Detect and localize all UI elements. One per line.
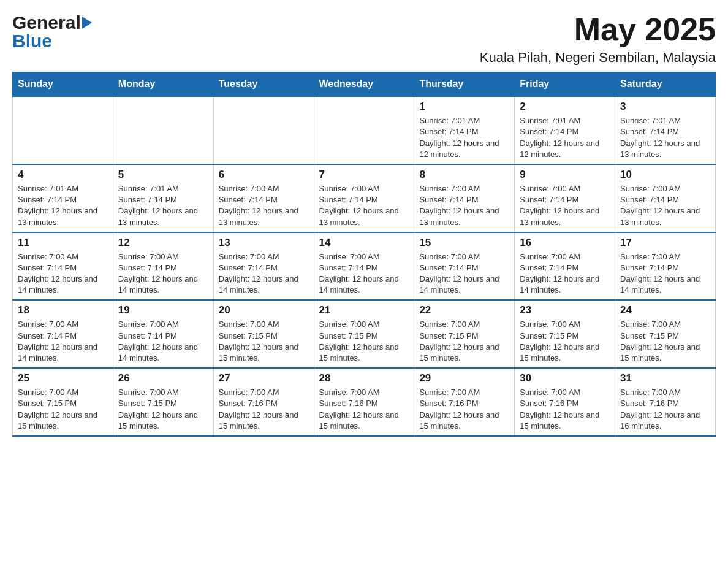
day-number: 13 [219,237,309,249]
day-info: Sunrise: 7:00 AMSunset: 7:14 PMDaylight:… [419,251,509,296]
calendar-cell: 29Sunrise: 7:00 AMSunset: 7:16 PMDayligh… [414,368,515,436]
day-number: 21 [319,304,409,316]
day-number: 8 [419,169,509,181]
location-title: Kuala Pilah, Negeri Sembilan, Malaysia [480,50,716,66]
day-number: 10 [620,169,710,181]
logo-blue-text: Blue [12,31,52,52]
day-info: Sunrise: 7:00 AMSunset: 7:16 PMDaylight:… [620,387,710,432]
day-info: Sunrise: 7:00 AMSunset: 7:14 PMDaylight:… [18,319,108,364]
calendar-cell: 3Sunrise: 7:01 AMSunset: 7:14 PMDaylight… [615,96,716,164]
day-info: Sunrise: 7:00 AMSunset: 7:15 PMDaylight:… [219,319,309,364]
day-number: 14 [319,237,409,249]
day-number: 4 [18,169,108,181]
day-number: 7 [319,169,409,181]
calendar-week-5: 25Sunrise: 7:00 AMSunset: 7:15 PMDayligh… [13,368,716,436]
calendar-cell: 25Sunrise: 7:00 AMSunset: 7:15 PMDayligh… [13,368,113,436]
calendar-cell [113,96,213,164]
calendar-cell: 26Sunrise: 7:00 AMSunset: 7:15 PMDayligh… [113,368,213,436]
calendar-cell: 2Sunrise: 7:01 AMSunset: 7:14 PMDaylight… [515,96,615,164]
day-number: 31 [620,372,710,385]
day-info: Sunrise: 7:00 AMSunset: 7:16 PMDaylight:… [520,387,610,432]
calendar-cell: 5Sunrise: 7:01 AMSunset: 7:14 PMDaylight… [113,164,213,232]
day-number: 30 [520,372,610,385]
day-number: 29 [419,372,509,385]
calendar-cell [13,96,113,164]
calendar-cell: 13Sunrise: 7:00 AMSunset: 7:14 PMDayligh… [213,232,314,301]
day-number: 3 [620,101,710,113]
calendar-week-4: 18Sunrise: 7:00 AMSunset: 7:14 PMDayligh… [13,300,716,368]
day-info: Sunrise: 7:00 AMSunset: 7:14 PMDaylight:… [520,251,610,296]
day-info: Sunrise: 7:00 AMSunset: 7:16 PMDaylight:… [419,387,509,432]
calendar-header-row: SundayMondayTuesdayWednesdayThursdayFrid… [13,72,716,97]
day-info: Sunrise: 7:00 AMSunset: 7:14 PMDaylight:… [620,251,710,296]
day-number: 20 [219,304,309,316]
day-info: Sunrise: 7:00 AMSunset: 7:14 PMDaylight:… [118,319,208,364]
day-info: Sunrise: 7:01 AMSunset: 7:14 PMDaylight:… [18,183,108,228]
day-number: 15 [419,237,509,249]
day-info: Sunrise: 7:00 AMSunset: 7:14 PMDaylight:… [620,183,710,228]
weekday-header-sunday: Sunday [13,72,113,97]
day-info: Sunrise: 7:00 AMSunset: 7:15 PMDaylight:… [419,319,509,364]
weekday-header-friday: Friday [515,72,615,97]
calendar-cell: 20Sunrise: 7:00 AMSunset: 7:15 PMDayligh… [213,300,314,368]
calendar-cell: 17Sunrise: 7:00 AMSunset: 7:14 PMDayligh… [615,232,716,301]
day-number: 22 [419,304,509,316]
day-number: 18 [18,304,108,316]
calendar-cell: 16Sunrise: 7:00 AMSunset: 7:14 PMDayligh… [515,232,615,301]
day-info: Sunrise: 7:00 AMSunset: 7:15 PMDaylight:… [18,387,108,432]
calendar-cell: 15Sunrise: 7:00 AMSunset: 7:14 PMDayligh… [414,232,515,301]
day-info: Sunrise: 7:01 AMSunset: 7:14 PMDaylight:… [520,115,610,160]
calendar-cell: 1Sunrise: 7:01 AMSunset: 7:14 PMDaylight… [414,96,515,164]
calendar-cell: 18Sunrise: 7:00 AMSunset: 7:14 PMDayligh… [13,300,113,368]
calendar-cell [314,96,414,164]
day-number: 9 [520,169,610,181]
day-info: Sunrise: 7:00 AMSunset: 7:15 PMDaylight:… [520,319,610,364]
calendar-cell: 6Sunrise: 7:00 AMSunset: 7:14 PMDaylight… [213,164,314,232]
day-number: 1 [419,101,509,113]
day-info: Sunrise: 7:00 AMSunset: 7:16 PMDaylight:… [219,387,309,432]
day-number: 16 [520,237,610,249]
weekday-header-saturday: Saturday [615,72,716,97]
day-number: 25 [18,372,108,385]
day-number: 5 [118,169,208,181]
calendar-week-3: 11Sunrise: 7:00 AMSunset: 7:14 PMDayligh… [13,232,716,301]
day-info: Sunrise: 7:01 AMSunset: 7:14 PMDaylight:… [419,115,509,160]
day-info: Sunrise: 7:01 AMSunset: 7:14 PMDaylight:… [620,115,710,160]
calendar-table: SundayMondayTuesdayWednesdayThursdayFrid… [12,72,716,437]
day-number: 6 [219,169,309,181]
logo-arrow-icon [82,17,92,29]
logo: General Blue [12,12,92,52]
day-info: Sunrise: 7:00 AMSunset: 7:14 PMDaylight:… [419,183,509,228]
calendar-week-1: 1Sunrise: 7:01 AMSunset: 7:14 PMDaylight… [13,96,716,164]
day-number: 28 [319,372,409,385]
calendar-cell: 28Sunrise: 7:00 AMSunset: 7:16 PMDayligh… [314,368,414,436]
weekday-header-tuesday: Tuesday [213,72,314,97]
calendar-cell: 4Sunrise: 7:01 AMSunset: 7:14 PMDaylight… [13,164,113,232]
day-number: 27 [219,372,309,385]
weekday-header-thursday: Thursday [414,72,515,97]
calendar-cell: 31Sunrise: 7:00 AMSunset: 7:16 PMDayligh… [615,368,716,436]
day-info: Sunrise: 7:00 AMSunset: 7:15 PMDaylight:… [620,319,710,364]
calendar-cell: 27Sunrise: 7:00 AMSunset: 7:16 PMDayligh… [213,368,314,436]
calendar-cell: 23Sunrise: 7:00 AMSunset: 7:15 PMDayligh… [515,300,615,368]
day-number: 24 [620,304,710,316]
calendar-cell: 8Sunrise: 7:00 AMSunset: 7:14 PMDaylight… [414,164,515,232]
day-number: 11 [18,237,108,249]
day-number: 12 [118,237,208,249]
day-info: Sunrise: 7:00 AMSunset: 7:16 PMDaylight:… [319,387,409,432]
day-info: Sunrise: 7:00 AMSunset: 7:14 PMDaylight:… [219,183,309,228]
day-number: 26 [118,372,208,385]
day-info: Sunrise: 7:00 AMSunset: 7:14 PMDaylight:… [118,251,208,296]
day-info: Sunrise: 7:01 AMSunset: 7:14 PMDaylight:… [118,183,208,228]
day-info: Sunrise: 7:00 AMSunset: 7:14 PMDaylight:… [18,251,108,296]
calendar-cell: 21Sunrise: 7:00 AMSunset: 7:15 PMDayligh… [314,300,414,368]
day-info: Sunrise: 7:00 AMSunset: 7:14 PMDaylight:… [520,183,610,228]
calendar-cell: 12Sunrise: 7:00 AMSunset: 7:14 PMDayligh… [113,232,213,301]
day-number: 2 [520,101,610,113]
weekday-header-monday: Monday [113,72,213,97]
calendar-week-2: 4Sunrise: 7:01 AMSunset: 7:14 PMDaylight… [13,164,716,232]
day-info: Sunrise: 7:00 AMSunset: 7:14 PMDaylight:… [319,183,409,228]
day-info: Sunrise: 7:00 AMSunset: 7:14 PMDaylight:… [219,251,309,296]
day-number: 19 [118,304,208,316]
calendar-cell: 11Sunrise: 7:00 AMSunset: 7:14 PMDayligh… [13,232,113,301]
